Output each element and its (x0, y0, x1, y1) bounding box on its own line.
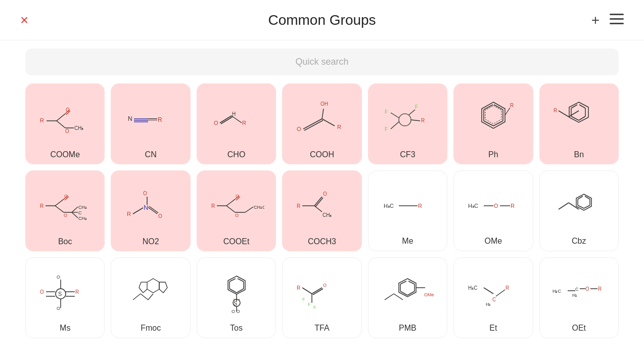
group-card-cf3[interactable]: F F F R CF3 (368, 83, 447, 164)
svg-text:O: O (297, 126, 301, 132)
no2-label: NO2 (143, 237, 159, 246)
close-button[interactable]: × (20, 13, 28, 27)
svg-text:R: R (158, 116, 162, 123)
svg-line-42 (391, 122, 399, 129)
svg-text:F: F (313, 305, 316, 310)
svg-text:O: O (57, 306, 60, 311)
group-card-cho[interactable]: O H R CHO (197, 83, 276, 164)
group-card-pmb[interactable]: OMe PMB (368, 257, 447, 338)
svg-line-138 (148, 294, 153, 300)
cbz-label: Cbz (572, 237, 586, 246)
oet-label: OEt (572, 324, 586, 333)
svg-text:R: R (510, 103, 514, 108)
svg-text:N: N (128, 115, 132, 122)
add-button[interactable]: + (591, 13, 600, 27)
list-button[interactable] (610, 13, 624, 27)
svg-text:O O: O O (232, 309, 240, 314)
group-card-cbz[interactable]: Cbz (539, 170, 619, 251)
search-bar[interactable]: Quick search (25, 49, 619, 75)
svg-text:F: F (385, 109, 388, 115)
svg-line-137 (141, 294, 148, 300)
coch3-label: COCH3 (308, 237, 336, 246)
me-molecule: H₃C R (373, 176, 443, 233)
svg-line-143 (139, 288, 143, 293)
group-card-coome[interactable]: R O O CH₃ COOMe (25, 83, 105, 164)
cooh-label: COOH (310, 150, 334, 159)
svg-text:R: R (511, 203, 515, 209)
header-left: × (20, 13, 28, 27)
header-right: + (591, 13, 624, 27)
svg-text:R: R (337, 124, 341, 130)
group-card-me[interactable]: H₃C R Me (368, 170, 447, 251)
svg-text:R: R (211, 203, 215, 209)
svg-text:R: R (297, 203, 300, 209)
svg-line-27 (232, 116, 242, 123)
svg-text:H₂: H₂ (486, 302, 491, 307)
search-placeholder: Quick search (295, 57, 348, 67)
cho-molecule: O H R (201, 88, 272, 146)
svg-text:H₂: H₂ (572, 293, 578, 298)
svg-text:F: F (385, 126, 388, 132)
svg-line-180 (484, 288, 493, 294)
group-card-bn[interactable]: R Bn (539, 83, 619, 164)
tos-label: Tos (230, 324, 243, 333)
group-card-tfa[interactable]: R O F F F TFA (282, 257, 361, 338)
svg-line-64 (571, 116, 579, 120)
boc-label: Boc (58, 237, 72, 246)
svg-text:R: R (127, 211, 131, 217)
group-card-oet[interactable]: H₃C C H₂ O R OEt (539, 257, 619, 338)
group-card-cooet[interactable]: R O O CH₂CH₃ COOEt (197, 170, 276, 251)
app-header: × Common Groups + (0, 0, 644, 40)
svg-text:CH₃: CH₃ (78, 205, 87, 210)
svg-line-60 (571, 105, 577, 108)
svg-text:O: O (214, 120, 218, 126)
group-card-no2[interactable]: R N O O NO2 (111, 170, 190, 251)
svg-text:O: O (40, 289, 44, 295)
pmb-label: PMB (399, 324, 417, 333)
svg-line-105 (314, 206, 322, 212)
svg-line-24 (220, 116, 232, 123)
group-card-cn[interactable]: N R CN (111, 83, 190, 164)
svg-text:H₃C: H₃C (468, 285, 477, 291)
svg-text:O: O (323, 283, 327, 288)
svg-line-35 (322, 119, 335, 126)
bn-label: Bn (574, 150, 584, 159)
svg-line-8 (57, 114, 65, 121)
svg-line-142 (139, 282, 141, 288)
svg-line-53 (493, 121, 503, 126)
group-card-ph[interactable]: R Ph (453, 83, 533, 164)
group-card-fmoc[interactable]: Fmoc (111, 257, 190, 338)
svg-line-75 (72, 207, 78, 212)
svg-line-98 (245, 207, 253, 212)
svg-text:N: N (144, 204, 148, 211)
coch3-molecule: R O CH₃ (286, 175, 357, 233)
svg-line-58 (569, 111, 579, 117)
svg-line-57 (559, 111, 569, 117)
svg-line-41 (391, 113, 399, 118)
svg-text:C: C (492, 297, 496, 302)
group-card-cooh[interactable]: OH O R COOH (282, 83, 361, 164)
svg-text:H₃C: H₃C (553, 289, 561, 294)
et-molecule: H₃C C H₂ R (458, 263, 528, 320)
boc-molecule: R O O CH₃ C CH₃ (29, 175, 101, 233)
group-card-boc[interactable]: R O O CH₃ C CH₃ Boc (25, 170, 105, 251)
ph-molecule: R (457, 88, 529, 146)
svg-text:CH₂CH₃: CH₂CH₃ (254, 205, 264, 210)
group-card-ome[interactable]: H₃C O R OMe (453, 170, 533, 251)
cf3-molecule: F F F R (372, 88, 443, 146)
svg-text:R: R (505, 285, 509, 291)
coome-molecule: R O O CH₃ (29, 88, 101, 146)
fmoc-label: Fmoc (141, 324, 161, 333)
group-card-et[interactable]: H₃C C H₂ R Et (453, 257, 533, 338)
et-label: Et (489, 324, 497, 333)
svg-text:O: O (323, 191, 327, 197)
svg-line-9 (57, 121, 65, 128)
cbz-molecule (544, 176, 614, 233)
group-card-coch3[interactable]: R O CH₃ COCH3 (282, 170, 361, 251)
svg-text:C: C (78, 210, 82, 215)
svg-text:O: O (158, 213, 162, 219)
tfa-molecule: R O F F F (287, 263, 357, 320)
group-card-tos[interactable]: S O O Tos (197, 257, 276, 338)
svg-line-55 (505, 108, 510, 115)
group-card-ms[interactable]: O S R O O Ms (25, 257, 105, 338)
